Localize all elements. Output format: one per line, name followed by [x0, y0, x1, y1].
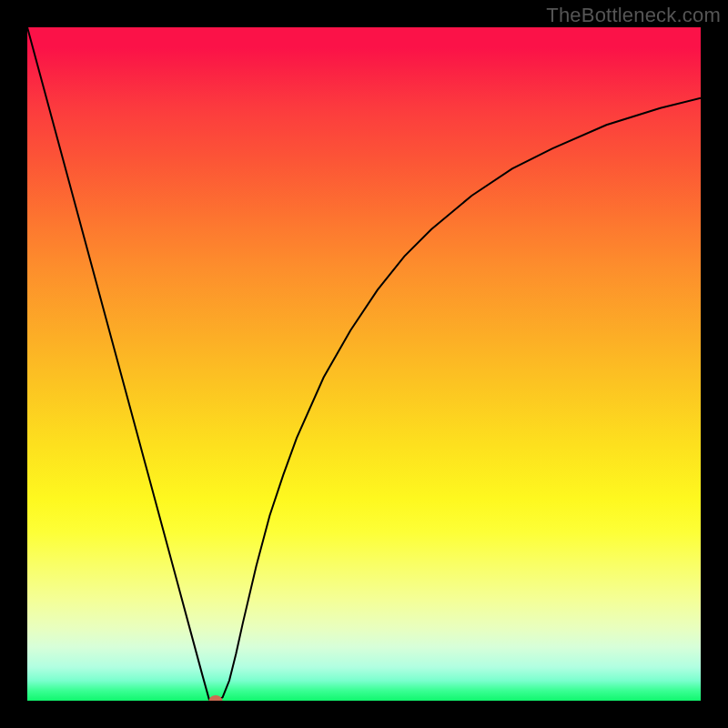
minimum-marker: [209, 695, 223, 701]
curve-line: [27, 27, 701, 701]
watermark-text: TheBottleneck.com: [546, 4, 721, 27]
chart-frame: TheBottleneck.com: [0, 0, 728, 728]
curve-layer: [27, 27, 701, 701]
plot-area: [27, 27, 701, 701]
